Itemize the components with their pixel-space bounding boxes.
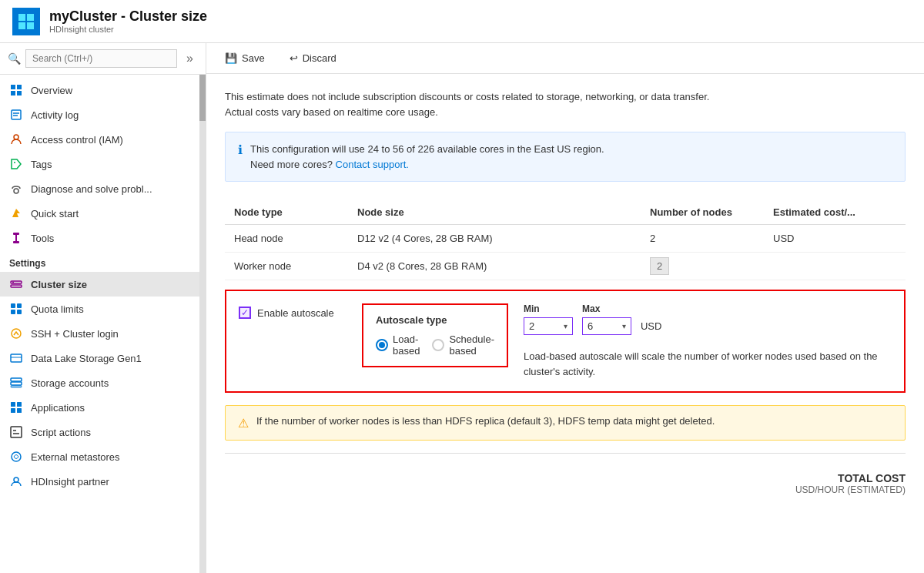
- sidebar-item-activity-log[interactable]: Activity log: [0, 102, 199, 127]
- sidebar-item-label-iam: Access control (IAM): [31, 134, 123, 146]
- head-node-cost: USD: [764, 225, 906, 253]
- sidebar-item-iam[interactable]: Access control (IAM): [0, 127, 199, 152]
- content-body: This estimate does not include subscript…: [206, 74, 924, 517]
- min-select[interactable]: 2 ▾: [524, 317, 573, 335]
- head-node-count: 2: [641, 225, 764, 253]
- worker-node-count: 2: [641, 253, 764, 280]
- sidebar-nav: Overview Activity log Access control (IA…: [0, 75, 199, 573]
- iam-icon: [9, 132, 23, 146]
- sidebar-item-ssh[interactable]: SSH + Cluster login: [0, 321, 199, 346]
- svg-rect-14: [13, 233, 19, 235]
- info-icon: ℹ: [238, 142, 243, 172]
- svg-rect-8: [12, 110, 21, 119]
- search-input[interactable]: [25, 49, 177, 68]
- sidebar-item-tags[interactable]: Tags: [0, 152, 199, 176]
- sidebar-item-storage[interactable]: Storage accounts: [0, 370, 199, 395]
- sidebar-item-label-storage: Storage accounts: [31, 377, 109, 389]
- sidebar-item-script-actions[interactable]: Script actions: [0, 420, 199, 444]
- table-row-head: Head node D12 v2 (4 Cores, 28 GB RAM) 2 …: [225, 225, 906, 253]
- data-lake-icon: [9, 351, 23, 365]
- svg-point-38: [14, 478, 18, 482]
- settings-section-label: Settings: [0, 250, 199, 272]
- radio-load-based[interactable]: Load-based: [376, 333, 420, 357]
- max-label: Max: [582, 303, 631, 314]
- discard-button[interactable]: ↩ Discard: [283, 49, 343, 67]
- sidebar-item-label-cluster: Cluster size: [31, 279, 87, 290]
- blue-need-more: Need more cores?: [250, 159, 333, 170]
- search-icon: 🔍: [8, 52, 21, 65]
- min-group: Min 2 ▾: [524, 303, 573, 335]
- overview-icon: [9, 83, 23, 97]
- divider: [225, 453, 906, 454]
- radio-schedule-based[interactable]: Schedule-based: [432, 333, 494, 357]
- autoscale-label: Enable autoscale: [257, 307, 334, 319]
- max-select[interactable]: 6 ▾: [582, 317, 631, 335]
- main-content: 💾 Save ↩ Discard This estimate does not …: [206, 43, 924, 573]
- app-icon: [12, 8, 40, 35]
- svg-rect-31: [17, 402, 22, 407]
- col-header-numnodes: Number of nodes: [641, 200, 764, 225]
- activity-log-icon: [9, 108, 23, 122]
- sidebar-item-cluster-size[interactable]: Cluster size: [0, 272, 199, 297]
- sidebar-scrollbar[interactable]: [199, 75, 206, 573]
- worker-node-count-input[interactable]: 2: [650, 257, 669, 275]
- collapse-icon[interactable]: »: [182, 50, 198, 67]
- sidebar-item-tools[interactable]: Tools: [0, 226, 199, 250]
- col-header-nodesize: Node size: [348, 200, 641, 225]
- radio-inner-load: [379, 342, 385, 348]
- svg-rect-3: [27, 22, 34, 29]
- nodes-table: Node type Node size Number of nodes Esti…: [225, 200, 906, 280]
- min-arrow-icon: ▾: [564, 322, 567, 330]
- cluster-size-icon: [9, 277, 23, 291]
- svg-rect-15: [15, 235, 17, 241]
- max-group: Max 6 ▾: [582, 303, 631, 335]
- discard-label: Discard: [303, 52, 336, 64]
- sidebar-item-external[interactable]: External metastores: [0, 444, 199, 469]
- info-text: This estimate does not include subscript…: [225, 89, 906, 119]
- autoscale-checkbox[interactable]: ✓: [239, 307, 251, 319]
- head-node-type: Head node: [225, 225, 348, 253]
- svg-rect-6: [11, 91, 15, 96]
- radio-circle-load: [376, 339, 388, 351]
- sidebar-item-overview[interactable]: Overview: [0, 78, 199, 102]
- svg-point-13: [14, 189, 18, 193]
- save-button[interactable]: 💾 Save: [219, 49, 271, 67]
- radio-circle-schedule: [432, 339, 444, 351]
- svg-point-37: [12, 452, 21, 461]
- quick-start-icon: [9, 206, 23, 220]
- sidebar-item-datalake[interactable]: Data Lake Storage Gen1: [0, 346, 199, 370]
- svg-rect-5: [17, 85, 22, 89]
- sidebar-item-quota[interactable]: Quota limits: [0, 297, 199, 321]
- svg-rect-21: [17, 303, 22, 308]
- worker-node-cost: [764, 253, 906, 280]
- autoscale-usd-label: USD: [641, 307, 661, 332]
- sidebar-item-label-hdinsight: HDInsight partner: [31, 476, 109, 488]
- save-label: Save: [242, 52, 265, 64]
- autoscale-section: ✓ Enable autoscale Autoscale type Load-b…: [225, 290, 906, 393]
- tools-icon: [9, 231, 23, 245]
- warning-icon: ⚠: [238, 416, 249, 431]
- warning-box: ⚠ If the number of worker nodes is less …: [225, 405, 906, 441]
- sidebar-item-diagnose[interactable]: Diagnose and solve probl...: [0, 176, 199, 201]
- svg-rect-34: [11, 427, 22, 437]
- sidebar-item-quickstart[interactable]: Quick start: [0, 201, 199, 226]
- toolbar: 💾 Save ↩ Discard: [206, 43, 924, 74]
- save-icon: 💾: [225, 52, 237, 64]
- contact-support-link[interactable]: Contact support.: [336, 159, 409, 170]
- tags-icon: [9, 157, 23, 171]
- svg-rect-20: [11, 303, 15, 308]
- autoscale-checkbox-area[interactable]: ✓ Enable autoscale: [239, 303, 346, 319]
- autoscale-options: Load-based Schedule-based: [376, 333, 494, 357]
- sidebar-item-label-overview: Overview: [31, 85, 72, 96]
- sidebar-item-label-quickstart: Quick start: [31, 208, 79, 219]
- external-icon: [9, 450, 23, 464]
- info-line1: This estimate does not include subscript…: [225, 89, 906, 105]
- col-header-cost: Estimated cost/...: [764, 200, 906, 225]
- svg-rect-1: [27, 14, 34, 21]
- svg-rect-2: [18, 22, 25, 29]
- sidebar-item-applications[interactable]: Applications: [0, 395, 199, 420]
- blue-info-box: ℹ This configuration will use 24 to 56 o…: [225, 132, 906, 182]
- total-cost-label: TOTAL COST: [225, 472, 906, 484]
- sidebar-scrollbar-thumb[interactable]: [199, 75, 206, 121]
- sidebar-item-hdinsight[interactable]: HDInsight partner: [0, 469, 199, 494]
